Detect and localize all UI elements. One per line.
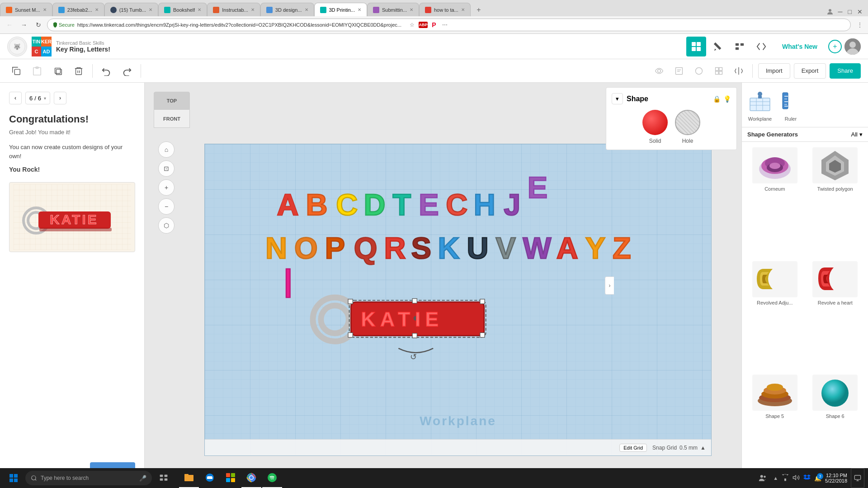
grid-button[interactable] [711, 63, 727, 79]
visibility-button[interactable] [651, 63, 667, 79]
address-bar[interactable]: Secure https://www.tinkercad.com/things/… [47, 19, 851, 31]
tab-close-icon[interactable]: ✕ [43, 7, 47, 12]
shape-light-button[interactable]: 💡 [723, 95, 731, 103]
dropbox-icon[interactable] [803, 474, 811, 482]
windows-notification-icon[interactable]: 🔔 3 [814, 475, 821, 482]
taskbar-app-edge[interactable] [200, 468, 220, 488]
extensions-icon[interactable]: ⋮ [855, 20, 864, 29]
tab-close-icon[interactable]: ✕ [95, 7, 99, 12]
code-button[interactable] [751, 37, 771, 56]
bookmark-icon[interactable]: ☆ [408, 20, 417, 29]
tab-close-icon[interactable]: ✕ [358, 7, 361, 12]
whats-new-button[interactable]: What's New [777, 43, 823, 50]
copy-button[interactable] [7, 62, 25, 80]
paste-button[interactable] [28, 62, 46, 80]
taskbar-app-spotify[interactable] [262, 468, 282, 488]
zoom-in-button[interactable]: + [158, 179, 175, 196]
shape-lock-button[interactable]: 🔒 [713, 95, 721, 103]
ruler-item[interactable]: Ruler [778, 88, 803, 122]
tab-tumblr[interactable]: (15) Tumb... ✕ [104, 3, 158, 16]
tab-bookshelf[interactable]: Bookshelf ✕ [158, 3, 207, 16]
tab-sunset[interactable]: Sunset M... ✕ [0, 3, 52, 16]
new-tab-button[interactable]: + [472, 4, 485, 16]
tab-how-to[interactable]: how to ta... ✕ [419, 3, 471, 16]
search-bar[interactable]: Type here to search 🎤 [25, 471, 152, 485]
close-button[interactable]: ✕ [855, 8, 864, 15]
lesson-dropdown-icon[interactable]: ▾ [44, 96, 46, 101]
clock[interactable]: 12:10 PM 5/22/2018 [825, 473, 847, 483]
tab-close-icon[interactable]: ✕ [410, 7, 413, 12]
next-lesson-button[interactable]: › [54, 92, 66, 104]
profile-icon[interactable] [826, 7, 835, 16]
home-view-button[interactable]: ⌂ [158, 141, 175, 158]
solid-shape-option[interactable]: Solid [642, 110, 668, 144]
circle-tool-button[interactable] [691, 63, 707, 79]
back-button[interactable]: ← [4, 19, 15, 31]
network-icon[interactable] [782, 474, 789, 482]
workplane[interactable]: Workplane A B C D T E C [204, 144, 712, 456]
share-button[interactable]: Share [830, 63, 861, 79]
start-button[interactable] [4, 468, 24, 488]
codeblocks-button[interactable] [730, 37, 750, 56]
add-user-button[interactable]: + [828, 40, 842, 53]
shape-item-corneum[interactable]: Corneum [747, 147, 802, 256]
extension-icon[interactable]: ⋯ [440, 20, 449, 29]
forward-button[interactable]: → [18, 19, 30, 31]
cube-front-face[interactable]: FRONT [154, 110, 190, 128]
import-button[interactable]: Import [758, 63, 790, 79]
edit-grid-button[interactable]: Edit Grid [619, 444, 647, 452]
view-cube[interactable]: TOP FRONT [154, 92, 190, 137]
taskbar-app-explorer[interactable] [179, 468, 199, 488]
snap-grid-up-icon[interactable]: ▲ [700, 445, 706, 451]
minimize-button[interactable]: ─ [836, 8, 844, 15]
shape-panel-dropdown[interactable]: ▾ [612, 93, 623, 104]
user-avatar[interactable] [844, 38, 861, 55]
task-view-button[interactable] [154, 468, 174, 488]
undo-button[interactable] [97, 62, 115, 80]
grid-view-button[interactable] [686, 37, 706, 56]
tab-3d-printing[interactable]: 3D Printin... ✕ [314, 3, 367, 16]
export-button[interactable]: Export [794, 63, 826, 79]
tab-close-icon[interactable]: ✕ [251, 7, 255, 12]
tab-close-icon[interactable]: ✕ [305, 7, 308, 12]
taskbar-app-chrome[interactable] [241, 468, 261, 488]
show-hidden-icons-button[interactable]: ▲ [773, 475, 778, 481]
mirror-button[interactable] [731, 63, 747, 79]
people-button[interactable] [756, 468, 769, 488]
fit-view-button[interactable]: ⊡ [158, 160, 175, 177]
tab-close-icon[interactable]: ✕ [198, 7, 201, 12]
tab-23febab2[interactable]: 23febab2... ✕ [52, 3, 104, 16]
action-center-button[interactable] [851, 468, 864, 488]
pinterest-icon[interactable]: P [429, 20, 439, 29]
prev-lesson-button[interactable]: ‹ [9, 92, 22, 104]
shape-item-6[interactable]: Shape 6 [808, 375, 863, 483]
abp-icon[interactable]: ABP [419, 22, 428, 28]
microphone-icon[interactable]: 🎤 [139, 475, 146, 482]
canvas-area[interactable]: TOP FRONT ⌂ ⊡ + − ⬡ [145, 83, 741, 488]
tab-3d-design[interactable]: 3D design... ✕ [260, 3, 314, 16]
shape-item-revolved-adj[interactable]: Revolved Adju... [747, 261, 802, 370]
panel-collapse-arrow[interactable]: › [605, 277, 614, 295]
zoom-out-button[interactable]: − [158, 198, 175, 215]
tab-close-icon[interactable]: ✕ [149, 7, 152, 12]
volume-icon[interactable] [793, 474, 800, 482]
shape-item-twisted-polygon[interactable]: Twisted polygon [808, 147, 863, 256]
redo-button[interactable] [118, 62, 136, 80]
tab-close-icon[interactable]: ✕ [461, 7, 465, 12]
note-button[interactable] [671, 63, 687, 79]
taskbar-app-store[interactable] [221, 468, 241, 488]
hole-shape-option[interactable]: Hole [675, 110, 700, 144]
shape-item-5[interactable]: Shape 5 [747, 375, 802, 483]
tab-submitting[interactable]: Submittin... ✕ [367, 3, 419, 16]
build-button[interactable] [708, 37, 728, 56]
maximize-button[interactable]: □ [846, 8, 854, 15]
cube-top-face[interactable]: TOP [154, 92, 190, 110]
sg-filter-dropdown[interactable]: All ▾ [851, 131, 863, 138]
workplane-item[interactable]: Workplane [747, 88, 773, 122]
perspective-button[interactable]: ⬡ [158, 217, 175, 234]
reload-button[interactable]: ↻ [33, 19, 44, 31]
shape-item-revolve-heart[interactable]: Revolve a heart [808, 261, 863, 370]
duplicate-button[interactable] [49, 62, 67, 80]
tab-instructables[interactable]: Instructab... ✕ [207, 3, 260, 16]
delete-button[interactable] [70, 62, 88, 80]
